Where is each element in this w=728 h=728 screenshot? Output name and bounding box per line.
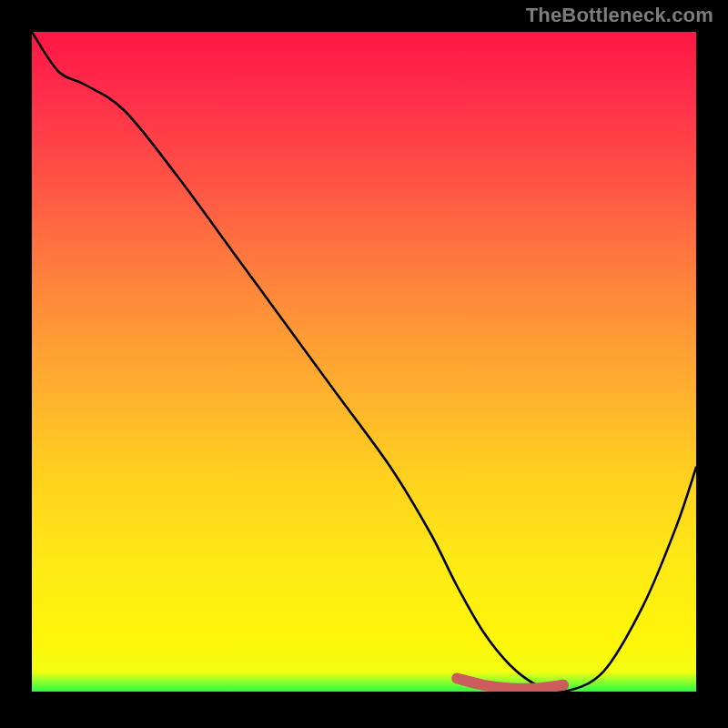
- plot-area: [32, 32, 696, 692]
- curve-layer: [32, 32, 696, 692]
- chart-stage: TheBottleneck.com: [0, 0, 728, 728]
- bottleneck-curve: [32, 32, 696, 692]
- watermark-label: TheBottleneck.com: [526, 4, 713, 27]
- optimal-range-marker: [457, 679, 563, 689]
- curve-svg: [32, 32, 696, 692]
